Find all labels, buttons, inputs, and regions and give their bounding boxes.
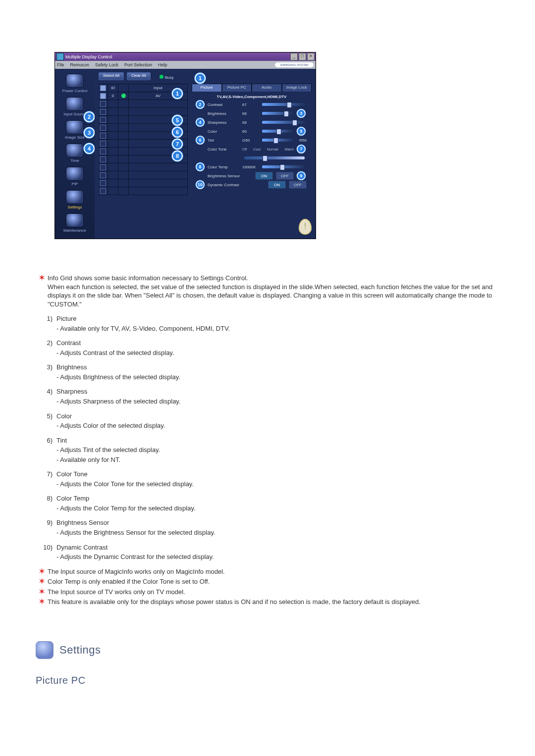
picture-panel: 1 Picture Picture PC Audio Image Lock TV… [192,84,312,195]
item-detail: Adjusts Contrast of the selected display… [56,349,499,357]
color-temp-slider[interactable] [262,165,307,168]
row-checkbox[interactable] [100,164,106,170]
dynamic-contrast-off[interactable]: OFF [289,181,307,189]
callout-8-grid: 8 [172,151,183,161]
grid-row[interactable] [99,179,188,187]
grid-col-status [118,84,129,92]
footnote-text: Color Temp is only enabled if the Color … [48,577,499,586]
tab-picture-pc[interactable]: Picture PC [222,84,252,92]
maximize-button[interactable]: □ [299,53,306,60]
menu-help[interactable]: Help [158,62,167,67]
item-detail: Adjusts the Color Tone for the selected … [56,480,499,489]
sidebar-item-pip[interactable]: PIP [55,167,95,186]
brightness-slider[interactable] [262,112,294,115]
row-checkbox[interactable] [100,180,106,186]
select-all-checkbox[interactable] [100,85,106,91]
callout-1-tabs: 1 [195,73,206,84]
tab-image-lock[interactable]: Image Lock [282,84,312,92]
callout-1-grid: 1 [172,88,183,99]
contrast-slider[interactable] [262,103,307,106]
item-number: 7) [36,470,56,479]
brightness-sensor-on[interactable]: ON [255,172,273,180]
row-checkbox[interactable] [100,172,106,178]
list-item: 9)Brightness Sensor [36,518,499,527]
busy-label: Busy [165,75,174,80]
callout-9: 9 [297,171,306,180]
menu-remocon[interactable]: Remocon [70,62,90,67]
item-title: Contrast [56,339,499,348]
slider-brightness: Brightness 68 3 [192,109,312,118]
close-button[interactable]: × [307,53,315,60]
row-checkbox[interactable] [100,188,106,194]
row-checkbox[interactable] [100,101,106,107]
color-tone-row: Color Tone Off Cool Normal Warm 7 [192,145,312,153]
sidebar: Power Control Input Source Image Size Ti… [55,69,95,239]
callout-3: 3 [297,109,306,118]
row-checkbox[interactable] [100,93,106,99]
panel-subhead: TV,AV,S-Video,Component,HDMI,DTV [192,95,312,99]
color-slider[interactable] [262,130,294,133]
row-checkbox[interactable] [100,117,106,123]
dynamic-contrast-row: 10 Dynamic Contrast ON OFF [192,180,312,189]
sidebar-item-maintenance[interactable]: Maintenance [55,213,95,233]
tab-audio[interactable]: Audio [252,84,282,92]
minimize-button[interactable]: _ [290,53,298,60]
dynamic-contrast-on[interactable]: ON [268,181,286,189]
item-number: 3) [36,363,56,372]
window-controls: _ □ × [290,53,315,60]
list-item: 4)Sharpness [36,387,499,396]
sidebar-item-power-control[interactable]: Power Control [55,74,95,93]
settings-heading-icon [36,641,54,659]
item-title: Brightness [56,363,499,372]
row-checkbox[interactable] [100,133,106,139]
clear-all-button[interactable]: Clear All [127,72,151,80]
callout-7: 7 [297,145,306,153]
sharpness-slider[interactable] [262,121,307,124]
color-tone-bar[interactable] [244,156,305,159]
color-tone-scale[interactable]: Off Cool Normal Warm [242,148,294,151]
sidebar-item-settings[interactable]: Settings [55,190,95,209]
brand-badge: SAMSUNG DIGITall [275,62,314,67]
menu-safety-lock[interactable]: Safety Lock [95,62,118,67]
item-title: Color Temp [56,494,499,503]
select-all-button[interactable]: Select All [99,72,124,80]
row-checkbox[interactable] [100,141,106,147]
info-grid: ID Input 0 AV [99,84,188,195]
callout-3-sidebar: 3 [84,127,95,138]
row-checkbox[interactable] [100,125,106,131]
tab-picture[interactable]: Picture [192,84,222,92]
footnote: ✶The Input source of TV works only on TV… [36,588,499,597]
slider-tint: 6 Tint G50 R50 [192,136,312,145]
menu-file[interactable]: File [57,62,64,67]
input-source-icon [66,97,84,111]
picture-pc-heading: Picture PC [36,675,499,686]
slider-contrast: 2 Contrast 67 [192,100,312,109]
grid-row[interactable] [99,187,188,195]
tint-slider[interactable] [262,139,295,142]
row-checkbox[interactable] [100,109,106,115]
star-icon: ✶ [36,577,48,585]
item-number: 1) [36,314,56,323]
list-item: 8)Color Temp [36,494,499,503]
footnote-text: The Input source of TV works only on TV … [48,588,499,597]
row-checkbox[interactable] [100,156,106,162]
brightness-sensor-off[interactable]: OFF [276,172,294,180]
callout-6: 6 [196,136,205,145]
grid-row[interactable] [99,100,188,108]
grid-row[interactable] [99,108,188,116]
warning-icon [299,219,312,235]
grid-row[interactable] [99,163,188,171]
item-detail: Adjusts Color of the selected display. [56,421,499,430]
item-number: 8) [36,494,56,503]
item-detail: Available only for TV, AV, S-Video, Comp… [56,324,499,333]
settings-icon [66,190,84,204]
list-item: 1)Picture [36,314,499,323]
color-temp-row: 8 Color Temp 10000K [192,162,312,171]
grid-row[interactable] [99,171,188,179]
footnote-text: This feature is available only for the d… [48,598,499,606]
row-checkbox[interactable] [100,149,106,154]
item-title: Color [56,412,499,421]
content-split: ID Input 0 AV [95,84,316,195]
menu-port-selection[interactable]: Port Selection [124,62,152,67]
item-title: Color Tone [56,470,499,479]
